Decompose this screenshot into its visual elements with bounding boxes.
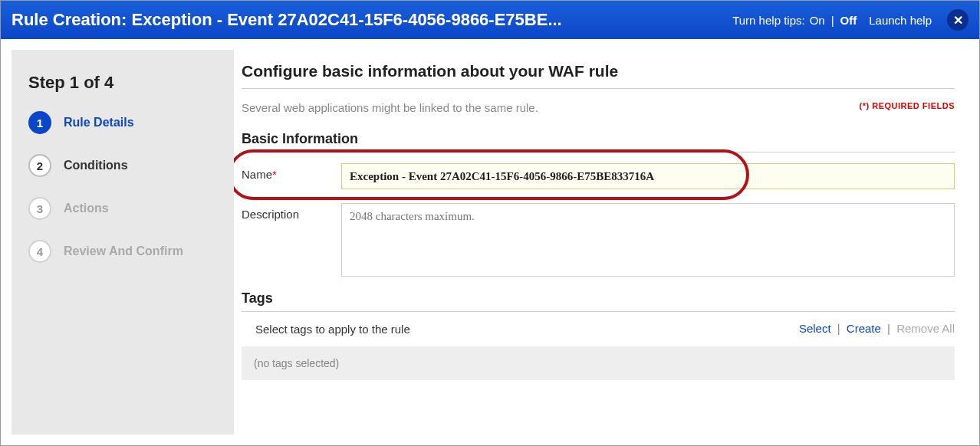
required-fields-note: (*) REQUIRED FIELDS [860, 101, 955, 110]
description-label: Description [242, 203, 341, 221]
step-label: Rule Details [64, 116, 134, 130]
description-input[interactable] [341, 203, 955, 277]
header-actions: Turn help tips: On | Off Launch help ✕ [732, 9, 968, 31]
step-number: 1 [28, 111, 51, 134]
dialog-title: Rule Creation: Exception - Event 27A02C4… [12, 10, 562, 30]
tag-actions: Select | Create | Remove All [799, 322, 955, 335]
help-tips-on[interactable]: On [810, 14, 825, 27]
close-icon: ✕ [953, 13, 963, 28]
close-button[interactable]: ✕ [947, 9, 968, 31]
section-basic-info: Basic Information [242, 131, 955, 147]
step-review[interactable]: 4 Review And Confirm [28, 240, 217, 263]
step-rule-details[interactable]: 1 Rule Details [28, 111, 217, 134]
wizard-sidebar: Step 1 of 4 1 Rule Details 2 Conditions … [12, 50, 234, 435]
tags-empty-box: (no tags selected) [242, 346, 955, 380]
step-number: 2 [28, 154, 51, 177]
main-panel: Configure basic information about your W… [234, 39, 979, 445]
step-conditions[interactable]: 2 Conditions [28, 154, 217, 177]
tags-remove-link[interactable]: Remove All [896, 322, 955, 335]
step-label: Actions [64, 202, 109, 215]
dialog-header: Rule Creation: Exception - Event 27A02C4… [1, 1, 979, 39]
step-number: 4 [28, 240, 51, 263]
step-label: Review And Confirm [64, 244, 183, 258]
name-input[interactable] [341, 163, 955, 189]
tags-create-link[interactable]: Create [847, 322, 881, 335]
page-subtext: Several web applications might be linked… [242, 101, 955, 114]
section-tags: Tags [242, 290, 955, 307]
name-label: Name* [242, 163, 341, 181]
help-tips-off[interactable]: Off [840, 14, 857, 27]
step-counter: Step 1 of 4 [28, 73, 217, 93]
step-number: 3 [28, 197, 51, 220]
tags-empty-text: (no tags selected) [254, 357, 339, 369]
separator: | [831, 14, 834, 27]
launch-help-link[interactable]: Launch help [869, 14, 932, 27]
step-actions[interactable]: 3 Actions [28, 197, 217, 220]
tags-select-link[interactable]: Select [799, 322, 831, 335]
help-tips-label: Turn help tips: [732, 14, 805, 27]
step-label: Conditions [64, 159, 128, 172]
page-title: Configure basic information about your W… [242, 62, 955, 80]
